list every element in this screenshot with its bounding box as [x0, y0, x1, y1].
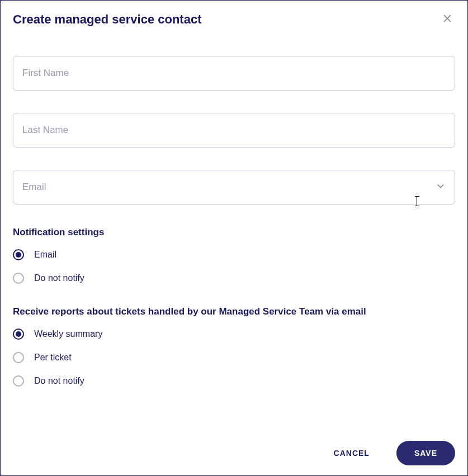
- radio-label: Do not notify: [34, 273, 84, 283]
- radio-selected-icon: [13, 329, 24, 340]
- radio-label: Per ticket: [34, 353, 72, 363]
- save-button[interactable]: SAVE: [396, 441, 455, 465]
- radio-label: Do not notify: [34, 376, 84, 386]
- dialog-title: Create managed service contact: [13, 12, 202, 27]
- notification-settings-heading: Notification settings: [13, 227, 455, 238]
- cancel-button[interactable]: CANCEL: [329, 442, 374, 464]
- last-name-input[interactable]: [13, 113, 455, 147]
- radio-unselected-icon: [13, 273, 24, 284]
- notification-option-do-not-notify[interactable]: Do not notify: [13, 273, 455, 284]
- email-input[interactable]: [13, 170, 455, 204]
- radio-label: Weekly summary: [34, 329, 102, 339]
- reports-radio-group: Weekly summary Per ticket Do not notify: [13, 329, 455, 387]
- last-name-field-wrapper: [13, 113, 455, 147]
- email-field-wrapper: [13, 170, 455, 204]
- close-button[interactable]: [439, 11, 455, 28]
- reports-option-per-ticket[interactable]: Per ticket: [13, 352, 455, 363]
- radio-selected-icon: [13, 249, 24, 260]
- create-contact-dialog: Create managed service contact: [0, 0, 468, 476]
- reports-option-weekly[interactable]: Weekly summary: [13, 329, 455, 340]
- radio-label: Email: [34, 250, 56, 260]
- dialog-body: Notification settings Email Do not notif…: [1, 28, 467, 387]
- radio-unselected-icon: [13, 352, 24, 363]
- radio-unselected-icon: [13, 375, 24, 387]
- first-name-input[interactable]: [13, 56, 455, 91]
- notification-option-email[interactable]: Email: [13, 249, 455, 260]
- close-icon: [442, 13, 453, 26]
- reports-option-do-not-notify[interactable]: Do not notify: [13, 375, 455, 387]
- notification-radio-group: Email Do not notify: [13, 249, 455, 284]
- reports-settings-heading: Receive reports about tickets handled by…: [13, 306, 455, 317]
- first-name-field-wrapper: [13, 56, 455, 91]
- dialog-header: Create managed service contact: [1, 1, 467, 28]
- dialog-footer: CANCEL SAVE: [329, 441, 455, 465]
